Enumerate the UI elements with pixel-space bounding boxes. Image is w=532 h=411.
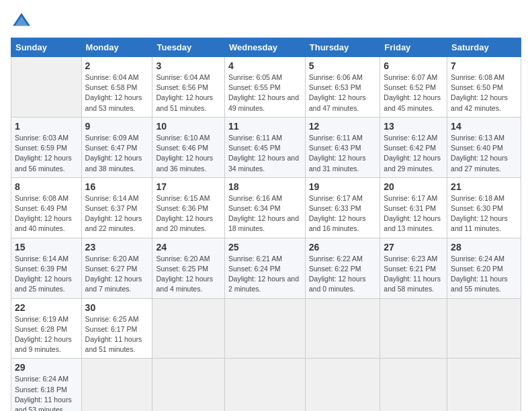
day-number: 27	[384, 242, 443, 253]
weekday-header-monday: Monday	[81, 38, 152, 57]
calendar-cell: 16Sunrise: 6:14 AMSunset: 6:37 PMDayligh…	[81, 177, 152, 238]
day-number: 9	[85, 121, 149, 132]
calendar-cell: 22Sunrise: 6:19 AMSunset: 6:28 PMDayligh…	[11, 298, 82, 359]
calendar-cell	[224, 298, 305, 359]
day-number: 29	[15, 362, 78, 373]
day-number: 18	[228, 181, 302, 192]
calendar-cell: 27Sunrise: 6:23 AMSunset: 6:21 PMDayligh…	[380, 238, 447, 298]
day-detail: Sunrise: 6:11 AMSunset: 6:43 PMDaylight:…	[309, 133, 377, 174]
calendar-week-row-1: 2Sunrise: 6:04 AMSunset: 6:58 PMDaylight…	[11, 57, 521, 118]
calendar-cell: 24Sunrise: 6:20 AMSunset: 6:25 PMDayligh…	[152, 238, 225, 298]
day-detail: Sunrise: 6:25 AMSunset: 6:17 PMDaylight:…	[85, 314, 149, 355]
day-detail: Sunrise: 6:14 AMSunset: 6:39 PMDaylight:…	[15, 254, 78, 295]
day-detail: Sunrise: 6:04 AMSunset: 6:56 PMDaylight:…	[156, 73, 221, 113]
weekday-header-row: SundayMondayTuesdayWednesdayThursdayFrid…	[11, 38, 521, 57]
calendar-table: SundayMondayTuesdayWednesdayThursdayFrid…	[11, 38, 521, 411]
calendar-cell: 20Sunrise: 6:17 AMSunset: 6:31 PMDayligh…	[380, 177, 447, 238]
calendar-cell: 15Sunrise: 6:14 AMSunset: 6:39 PMDayligh…	[11, 238, 82, 298]
calendar-cell: 11Sunrise: 6:11 AMSunset: 6:45 PMDayligh…	[224, 117, 305, 177]
day-detail: Sunrise: 6:22 AMSunset: 6:22 PMDaylight:…	[309, 254, 377, 295]
calendar-cell	[447, 298, 521, 359]
calendar-cell: 21Sunrise: 6:18 AMSunset: 6:30 PMDayligh…	[447, 177, 521, 238]
calendar-cell	[447, 359, 521, 411]
day-detail: Sunrise: 6:06 AMSunset: 6:53 PMDaylight:…	[309, 73, 377, 113]
calendar-cell: 3Sunrise: 6:04 AMSunset: 6:56 PMDaylight…	[152, 57, 225, 118]
weekday-header-saturday: Saturday	[447, 38, 521, 57]
calendar-cell	[305, 359, 380, 411]
logo-icon	[11, 11, 32, 32]
day-detail: Sunrise: 6:03 AMSunset: 6:59 PMDaylight:…	[15, 133, 78, 174]
day-number: 28	[451, 242, 517, 253]
day-detail: Sunrise: 6:16 AMSunset: 6:34 PMDaylight:…	[228, 193, 302, 234]
day-detail: Sunrise: 6:12 AMSunset: 6:42 PMDaylight:…	[384, 133, 443, 174]
calendar-cell: 28Sunrise: 6:24 AMSunset: 6:20 PMDayligh…	[447, 238, 521, 298]
day-number: 1	[15, 121, 78, 132]
day-detail: Sunrise: 6:20 AMSunset: 6:25 PMDaylight:…	[156, 254, 221, 295]
weekday-header-sunday: Sunday	[11, 38, 82, 57]
calendar-cell	[380, 298, 447, 359]
day-detail: Sunrise: 6:14 AMSunset: 6:37 PMDaylight:…	[85, 193, 149, 234]
day-number: 7	[451, 60, 517, 71]
day-number: 4	[228, 60, 302, 71]
day-detail: Sunrise: 6:10 AMSunset: 6:46 PMDaylight:…	[156, 133, 221, 174]
calendar-cell: 2Sunrise: 6:04 AMSunset: 6:58 PMDaylight…	[81, 57, 152, 118]
day-number: 30	[85, 302, 149, 313]
calendar-week-row-4: 15Sunrise: 6:14 AMSunset: 6:39 PMDayligh…	[11, 238, 521, 298]
day-number: 2	[85, 60, 149, 71]
calendar-cell	[81, 359, 152, 411]
calendar-cell: 4Sunrise: 6:05 AMSunset: 6:55 PMDaylight…	[224, 57, 305, 118]
day-detail: Sunrise: 6:19 AMSunset: 6:28 PMDaylight:…	[15, 314, 78, 355]
logo	[11, 11, 35, 32]
day-detail: Sunrise: 6:23 AMSunset: 6:21 PMDaylight:…	[384, 254, 443, 295]
calendar-cell: 26Sunrise: 6:22 AMSunset: 6:22 PMDayligh…	[305, 238, 380, 298]
day-number: 26	[309, 242, 377, 253]
day-number: 13	[384, 121, 443, 132]
calendar-cell: 17Sunrise: 6:15 AMSunset: 6:36 PMDayligh…	[152, 177, 225, 238]
calendar-cell: 18Sunrise: 6:16 AMSunset: 6:34 PMDayligh…	[224, 177, 305, 238]
day-number: 17	[156, 181, 221, 192]
calendar-cell: 19Sunrise: 6:17 AMSunset: 6:33 PMDayligh…	[305, 177, 380, 238]
calendar-cell: 30Sunrise: 6:25 AMSunset: 6:17 PMDayligh…	[81, 298, 152, 359]
header	[11, 11, 521, 32]
day-detail: Sunrise: 6:11 AMSunset: 6:45 PMDaylight:…	[228, 133, 302, 174]
calendar-cell	[380, 359, 447, 411]
calendar-cell: 25Sunrise: 6:21 AMSunset: 6:24 PMDayligh…	[224, 238, 305, 298]
day-number: 14	[451, 121, 517, 132]
day-number: 10	[156, 121, 221, 132]
day-number: 5	[309, 60, 377, 71]
day-detail: Sunrise: 6:17 AMSunset: 6:33 PMDaylight:…	[309, 193, 377, 234]
day-detail: Sunrise: 6:24 AMSunset: 6:18 PMDaylight:…	[15, 374, 78, 411]
calendar-cell: 13Sunrise: 6:12 AMSunset: 6:42 PMDayligh…	[380, 117, 447, 177]
calendar-cell	[152, 359, 225, 411]
calendar-cell: 14Sunrise: 6:13 AMSunset: 6:40 PMDayligh…	[447, 117, 521, 177]
calendar-cell	[305, 298, 380, 359]
day-number: 12	[309, 121, 377, 132]
day-number: 19	[309, 181, 377, 192]
calendar-cell: 5Sunrise: 6:06 AMSunset: 6:53 PMDaylight…	[305, 57, 380, 118]
day-detail: Sunrise: 6:20 AMSunset: 6:27 PMDaylight:…	[85, 254, 149, 295]
calendar-cell	[152, 298, 225, 359]
day-detail: Sunrise: 6:18 AMSunset: 6:30 PMDaylight:…	[451, 193, 517, 234]
day-detail: Sunrise: 6:13 AMSunset: 6:40 PMDaylight:…	[451, 133, 517, 174]
day-number: 8	[15, 181, 78, 192]
calendar-cell: 1Sunrise: 6:03 AMSunset: 6:59 PMDaylight…	[11, 117, 82, 177]
weekday-header-thursday: Thursday	[305, 38, 380, 57]
weekday-header-tuesday: Tuesday	[152, 38, 225, 57]
calendar-week-row-5: 22Sunrise: 6:19 AMSunset: 6:28 PMDayligh…	[11, 298, 521, 359]
day-detail: Sunrise: 6:09 AMSunset: 6:47 PMDaylight:…	[85, 133, 149, 174]
calendar-week-row-3: 8Sunrise: 6:08 AMSunset: 6:49 PMDaylight…	[11, 177, 521, 238]
day-number: 21	[451, 181, 517, 192]
day-detail: Sunrise: 6:15 AMSunset: 6:36 PMDaylight:…	[156, 193, 221, 234]
calendar-cell: 12Sunrise: 6:11 AMSunset: 6:43 PMDayligh…	[305, 117, 380, 177]
calendar-cell	[224, 359, 305, 411]
calendar-cell: 6Sunrise: 6:07 AMSunset: 6:52 PMDaylight…	[380, 57, 447, 118]
day-number: 3	[156, 60, 221, 71]
calendar-cell: 23Sunrise: 6:20 AMSunset: 6:27 PMDayligh…	[81, 238, 152, 298]
day-detail: Sunrise: 6:04 AMSunset: 6:58 PMDaylight:…	[85, 73, 149, 113]
calendar-cell: 8Sunrise: 6:08 AMSunset: 6:49 PMDaylight…	[11, 177, 82, 238]
calendar-cell	[11, 57, 82, 118]
day-number: 6	[384, 60, 443, 71]
weekday-header-friday: Friday	[380, 38, 447, 57]
day-detail: Sunrise: 6:21 AMSunset: 6:24 PMDaylight:…	[228, 254, 302, 295]
day-number: 15	[15, 242, 78, 253]
